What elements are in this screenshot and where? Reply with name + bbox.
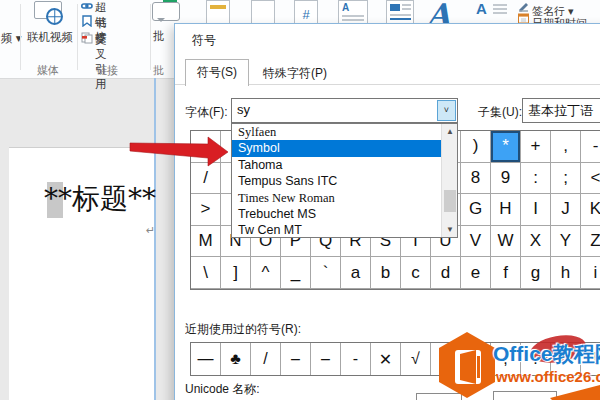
dropdown-scrollbar[interactable]: ▲ ▼ <box>441 124 457 237</box>
char-cell[interactable]: ^ <box>251 257 281 289</box>
char-cell[interactable]: > <box>191 194 221 226</box>
font-combobox-value: sy <box>232 99 457 117</box>
char-cell[interactable]: G <box>461 194 491 226</box>
char-cell[interactable]: W <box>491 226 521 258</box>
char-cell[interactable]: d <box>431 257 461 289</box>
font-option-tahoma[interactable]: Tahoma <box>232 157 457 173</box>
tab-special-characters[interactable]: 特殊字符(P) <box>253 61 337 84</box>
tab-symbols[interactable]: 符号(S) <box>185 59 249 86</box>
paragraph-mark: ↵ <box>146 224 155 237</box>
recent-symbols-row: —♣/––-✕√;:,.'! <box>190 342 600 376</box>
recent-symbol-cell[interactable]: ✕ <box>371 343 401 375</box>
partial-control[interactable] <box>416 393 462 400</box>
online-video-button[interactable]: 联机视频 <box>25 0 77 58</box>
char-cell[interactable]: ) <box>461 131 491 163</box>
chevron-down-icon: ˅ <box>444 105 449 115</box>
media-group-label: 媒体 <box>31 63 65 78</box>
char-cell[interactable]: J <box>551 194 581 226</box>
bookmark-flag-icon <box>82 15 92 27</box>
char-cell[interactable]: - <box>581 131 600 163</box>
comment-label-partial: 批 <box>153 29 165 44</box>
char-cell[interactable]: _ <box>281 257 311 289</box>
clipped-ribbon-button[interactable]: 频 ▾ <box>1 31 21 46</box>
char-cell[interactable]: I <box>521 194 551 226</box>
char-cell[interactable]: K <box>581 194 600 226</box>
signature-pen-icon <box>518 1 529 12</box>
scrollbar-thumb[interactable] <box>444 190 456 212</box>
document-title-text[interactable]: **标题** <box>44 180 174 218</box>
font-dropdown-list: SylfaenSymbolTahomaTempus Sans ITCTimes … <box>231 123 458 238</box>
char-cell[interactable]: * <box>491 131 521 163</box>
char-cell[interactable]: + <box>521 131 551 163</box>
char-cell[interactable]: e <box>461 257 491 289</box>
char-cell[interactable]: ] <box>221 257 251 289</box>
char-cell[interactable]: g <box>521 257 551 289</box>
char-cell[interactable]: X <box>521 226 551 258</box>
recent-symbol-cell[interactable]: ; <box>431 343 461 375</box>
recent-symbol-cell[interactable]: - <box>341 343 371 375</box>
ribbon-separator <box>150 4 151 70</box>
scroll-up-icon[interactable]: ▲ <box>442 124 458 139</box>
char-cell[interactable]: Z <box>581 226 600 258</box>
font-field-label: 字体(F): <box>185 104 228 121</box>
recent-symbol-cell[interactable]: – <box>281 343 311 375</box>
recent-symbol-cell[interactable]: ♣ <box>221 343 251 375</box>
recent-symbol-cell[interactable]: / <box>251 343 281 375</box>
char-cell[interactable]: , <box>551 131 581 163</box>
char-cell[interactable]: : <box>521 163 551 195</box>
unicode-name-label: Unicode 名称: <box>185 381 260 398</box>
drop-cap-button[interactable]: A <box>476 0 512 18</box>
page-number-glyph: # <box>302 7 309 22</box>
char-cell[interactable]: f <box>491 257 521 289</box>
recent-symbols-label: 近期使用过的符号(R): <box>185 321 301 338</box>
recent-symbol-cell[interactable]: √ <box>401 343 431 375</box>
dropcap-glyph: A <box>476 0 487 17</box>
recent-symbol-cell[interactable]: : <box>461 343 491 375</box>
scroll-down-icon[interactable]: ▼ <box>442 222 458 237</box>
globe-icon <box>46 8 63 25</box>
recent-symbol-cell[interactable]: . <box>521 343 551 375</box>
font-option-tw-cen-mt[interactable]: Tw Cen MT <box>232 222 457 238</box>
recent-symbol-cell[interactable]: — <box>191 343 221 375</box>
char-cell[interactable]: a <box>341 257 371 289</box>
partial-control[interactable] <box>493 391 557 400</box>
recent-symbol-cell[interactable]: ! <box>581 343 600 375</box>
comment-bubble-icon[interactable] <box>152 2 180 21</box>
font-option-symbol[interactable]: Symbol <box>232 140 457 156</box>
font-option-sylfaen[interactable]: Sylfaen <box>232 124 457 140</box>
char-cell[interactable]: i <box>581 257 600 289</box>
red-arrow-annotation <box>125 133 235 169</box>
char-cell[interactable]: ; <box>551 163 581 195</box>
hyperlink-chain-icon <box>81 1 93 11</box>
subset-field-label: 子集(U): <box>478 104 522 121</box>
font-option-times-new-roman[interactable]: Times New Roman <box>232 190 457 206</box>
char-cell[interactable]: H <box>491 194 521 226</box>
font-option-trebuchet-ms[interactable]: Trebuchet MS <box>232 206 457 222</box>
symbol-dialog: 符号 符号(S) 特殊字符(P) 字体(F): sy ˅ 子集(U): 基本拉丁… <box>174 23 600 400</box>
char-cell[interactable]: Y <box>551 226 581 258</box>
char-cell[interactable]: V <box>461 226 491 258</box>
char-cell[interactable]: 8 <box>461 163 491 195</box>
char-cell[interactable]: < <box>581 163 600 195</box>
cross-reference-icon <box>81 32 93 44</box>
recent-symbol-cell[interactable]: , <box>491 343 521 375</box>
char-cell[interactable]: \ <box>191 257 221 289</box>
online-video-label: 联机视频 <box>27 30 73 45</box>
char-cell[interactable]: b <box>371 257 401 289</box>
font-option-tempus-sans-itc[interactable]: Tempus Sans ITC <box>232 173 457 189</box>
cross-reference-label: 交叉引用 <box>95 32 107 92</box>
word-app-window: 频 ▾ 联机视频 媒体 超链接 书签 交叉引用 链接 批 批 <box>0 0 600 400</box>
recent-symbol-cell[interactable]: – <box>311 343 341 375</box>
links-group-label: 链接 <box>90 63 124 78</box>
textbox-glyph: A <box>339 1 367 13</box>
subset-combobox[interactable]: 基本拉丁语 <box>522 98 600 123</box>
font-combobox[interactable]: sy ˅ <box>231 98 458 123</box>
char-cell[interactable]: M <box>191 226 221 258</box>
char-cell[interactable]: h <box>551 257 581 289</box>
recent-symbol-cell[interactable]: ' <box>551 343 581 375</box>
subset-combobox-value: 基本拉丁语 <box>523 99 600 120</box>
char-cell[interactable]: ` <box>311 257 341 289</box>
font-dropdown-button[interactable]: ˅ <box>437 100 456 121</box>
char-cell[interactable]: c <box>401 257 431 289</box>
char-cell[interactable]: 9 <box>491 163 521 195</box>
